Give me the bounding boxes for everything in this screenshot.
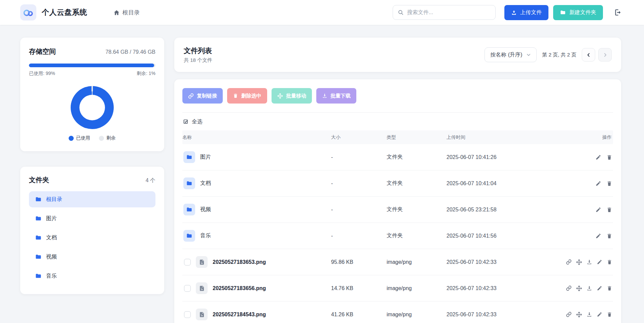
file-count-text: 共 18 个文件 — [184, 57, 212, 64]
row-name[interactable]: 音乐 — [200, 232, 211, 239]
copy-link-icon[interactable] — [566, 259, 572, 265]
row-name[interactable]: 图片 — [200, 154, 211, 161]
storage-title: 存储空间 — [29, 47, 56, 56]
row-size: 41.26 KB — [331, 312, 387, 318]
sidebar-folder-item[interactable]: 图片 — [29, 210, 155, 227]
table-row-folder[interactable]: 图片 - 文件夹 2025-06-07 10:41:26 — [182, 144, 613, 170]
batch-action-label: 批量移动 — [286, 93, 306, 99]
edit-icon[interactable] — [595, 180, 601, 187]
prev-page-button[interactable] — [582, 48, 595, 62]
folder-icon — [183, 204, 195, 215]
legend-free-dot — [99, 136, 104, 141]
table-row-file[interactable]: 20250527184543.png 41.26 KB image/png 20… — [182, 301, 613, 323]
folder-icon — [35, 196, 42, 203]
delete-icon[interactable] — [607, 259, 612, 265]
row-type: 文件夹 — [387, 232, 446, 239]
table-row-folder[interactable]: 音乐 - 文件夹 2025-06-07 10:41:56 — [182, 223, 613, 249]
select-all[interactable]: 全选 — [182, 113, 613, 130]
edit-icon[interactable] — [595, 154, 601, 160]
row-upload-time: 2025-06-07 10:41:26 — [446, 154, 558, 160]
batch-action-button[interactable]: 批量移动 — [272, 88, 312, 104]
row-upload-time: 2025-06-07 10:42:33 — [446, 312, 558, 318]
upload-file-button[interactable]: 上传文件 — [504, 5, 548, 20]
download-icon[interactable] — [586, 312, 592, 317]
table-row-file[interactable]: 20250527183656.png 14.76 KB image/png 20… — [182, 275, 613, 301]
row-size: - — [331, 154, 387, 160]
sidebar-folder-item[interactable]: 音乐 — [29, 268, 155, 284]
batch-action-button[interactable]: 批量下载 — [316, 88, 356, 104]
batch-action-button[interactable]: 删除选中 — [227, 88, 267, 104]
download-icon[interactable] — [586, 285, 592, 291]
folder-list: 根目录 图片 文档 视频 音乐 — [29, 191, 155, 284]
legend-free: 剩余 — [99, 135, 116, 141]
legend-free-label: 剩余 — [106, 135, 116, 141]
sort-select[interactable]: 按名称 (升序) — [485, 47, 537, 62]
delete-icon[interactable] — [606, 233, 612, 239]
breadcrumb[interactable]: 根目录 — [113, 9, 140, 16]
column-header: 操作 — [558, 134, 613, 140]
row-size: - — [331, 207, 387, 213]
move-icon[interactable] — [576, 259, 582, 265]
sidebar-folder-label: 根目录 — [46, 196, 62, 203]
table-header: 名称大小类型上传时间操作 — [182, 130, 613, 144]
breadcrumb-label: 根目录 — [122, 9, 140, 16]
row-upload-time: 2025-06-07 10:41:56 — [446, 233, 558, 239]
move-icon — [277, 93, 283, 99]
delete-icon[interactable] — [606, 180, 612, 187]
delete-icon[interactable] — [606, 154, 612, 160]
storage-progress — [29, 64, 155, 67]
row-name[interactable]: 视频 — [200, 206, 211, 213]
table-row-folder[interactable]: 视频 - 文件夹 2025-06-05 23:21:58 — [182, 197, 613, 223]
row-checkbox[interactable] — [184, 285, 191, 292]
edit-icon[interactable] — [597, 285, 602, 291]
storage-progress-fill — [29, 64, 154, 67]
row-name[interactable]: 20250527184543.png — [213, 312, 266, 318]
sidebar: 存储空间 78.64 GB / 79.46 GB 已使用: 99% 剩余: 1%… — [20, 38, 164, 323]
edit-icon[interactable] — [597, 312, 602, 317]
download-icon[interactable] — [586, 259, 592, 265]
new-folder-button[interactable]: 新建文件夹 — [553, 5, 603, 20]
column-header: 类型 — [387, 134, 446, 140]
row-checkbox[interactable] — [184, 311, 191, 318]
edit-icon[interactable] — [597, 259, 602, 265]
image-file-icon — [196, 309, 208, 320]
delete-icon[interactable] — [606, 207, 612, 213]
copy-link-icon[interactable] — [566, 285, 572, 291]
logout-icon — [614, 8, 622, 16]
table-row-folder[interactable]: 文档 - 文件夹 2025-06-07 10:41:04 — [182, 170, 613, 197]
search-input[interactable] — [407, 9, 491, 15]
file-list-panel: 复制链接 删除选中 批量移动 批量下载 全选 — [174, 79, 621, 323]
row-name[interactable]: 20250527183656.png — [213, 285, 266, 291]
edit-icon[interactable] — [595, 233, 601, 239]
legend-used: 已使用 — [69, 135, 90, 141]
column-header: 大小 — [331, 134, 387, 140]
column-header: 名称 — [182, 134, 331, 140]
sidebar-folder-item[interactable]: 视频 — [29, 249, 155, 265]
row-upload-time: 2025-06-05 23:21:58 — [446, 207, 558, 213]
select-all-label: 全选 — [192, 118, 203, 125]
row-name[interactable]: 20250527183653.png — [213, 259, 266, 265]
image-file-icon — [196, 256, 208, 268]
row-size: 95.86 KB — [331, 259, 387, 265]
folder-icon — [183, 151, 195, 163]
delete-icon[interactable] — [607, 285, 612, 291]
delete-icon[interactable] — [607, 312, 612, 317]
row-checkbox[interactable] — [184, 259, 191, 266]
move-icon[interactable] — [576, 312, 582, 318]
batch-action-button[interactable]: 复制链接 — [182, 88, 223, 104]
row-name[interactable]: 文档 — [200, 180, 211, 187]
table-row-file[interactable]: 20250527183653.png 95.86 KB image/png 20… — [182, 249, 613, 275]
logout-button[interactable] — [614, 8, 622, 16]
edit-icon[interactable] — [595, 207, 601, 213]
cloud-logo-icon — [23, 7, 34, 17]
row-upload-time: 2025-06-07 10:42:33 — [446, 259, 558, 265]
next-page-button[interactable] — [598, 48, 612, 62]
sidebar-folder-item[interactable]: 文档 — [29, 230, 155, 246]
sidebar-folder-item[interactable]: 根目录 — [29, 191, 155, 207]
search-box — [393, 5, 496, 20]
sidebar-folder-label: 图片 — [46, 215, 57, 222]
copy-link-icon[interactable] — [566, 312, 572, 317]
move-icon[interactable] — [576, 285, 582, 291]
folder-icon — [183, 177, 195, 189]
legend-used-label: 已使用 — [76, 135, 90, 141]
